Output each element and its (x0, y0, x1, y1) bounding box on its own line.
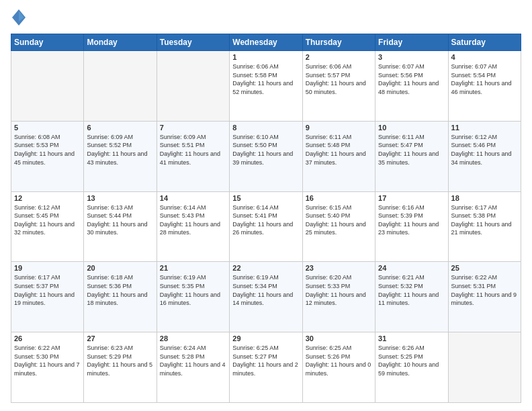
calendar-cell: 31Sunrise: 6:26 AMSunset: 5:25 PMDayligh… (375, 332, 448, 403)
calendar-cell: 25Sunrise: 6:22 AMSunset: 5:31 PMDayligh… (448, 262, 521, 332)
calendar-cell: 30Sunrise: 6:25 AMSunset: 5:26 PMDayligh… (302, 332, 375, 403)
day-info: Sunrise: 6:18 AMSunset: 5:36 PMDaylight:… (87, 273, 153, 307)
day-info: Sunrise: 6:09 AMSunset: 5:52 PMDaylight:… (87, 133, 153, 167)
day-number: 29 (232, 334, 299, 342)
calendar-cell: 18Sunrise: 6:17 AMSunset: 5:38 PMDayligh… (448, 191, 521, 262)
day-number: 26 (14, 334, 81, 342)
day-info: Sunrise: 6:19 AMSunset: 5:34 PMDaylight:… (232, 273, 299, 307)
calendar-cell: 22Sunrise: 6:19 AMSunset: 5:34 PMDayligh… (230, 262, 302, 332)
day-info: Sunrise: 6:07 AMSunset: 5:54 PMDaylight:… (451, 62, 518, 96)
weekday-header: Thursday (302, 34, 375, 51)
calendar-cell: 17Sunrise: 6:16 AMSunset: 5:39 PMDayligh… (375, 191, 448, 262)
page: SundayMondayTuesdayWednesdayThursdayFrid… (0, 0, 532, 411)
header (11, 8, 521, 27)
day-number: 5 (14, 124, 81, 132)
day-info: Sunrise: 6:10 AMSunset: 5:50 PMDaylight:… (232, 133, 299, 167)
calendar-cell: 4Sunrise: 6:07 AMSunset: 5:54 PMDaylight… (448, 51, 521, 122)
day-info: Sunrise: 6:09 AMSunset: 5:51 PMDaylight:… (160, 133, 226, 167)
day-number: 13 (87, 194, 153, 202)
calendar-cell: 27Sunrise: 6:23 AMSunset: 5:29 PMDayligh… (84, 332, 157, 403)
day-number: 1 (232, 53, 299, 61)
calendar-cell (84, 51, 157, 122)
calendar-cell: 7Sunrise: 6:09 AMSunset: 5:51 PMDaylight… (157, 121, 229, 191)
day-info: Sunrise: 6:25 AMSunset: 5:27 PMDaylight:… (232, 344, 299, 377)
calendar-cell: 28Sunrise: 6:24 AMSunset: 5:28 PMDayligh… (157, 332, 229, 403)
day-number: 19 (14, 264, 81, 272)
calendar-cell: 29Sunrise: 6:25 AMSunset: 5:27 PMDayligh… (230, 332, 302, 403)
day-number: 23 (306, 264, 372, 272)
calendar: SundayMondayTuesdayWednesdayThursdayFrid… (11, 34, 521, 403)
calendar-cell: 16Sunrise: 6:15 AMSunset: 5:40 PMDayligh… (302, 191, 375, 262)
calendar-cell: 13Sunrise: 6:13 AMSunset: 5:44 PMDayligh… (84, 191, 157, 262)
calendar-cell: 6Sunrise: 6:09 AMSunset: 5:52 PMDaylight… (84, 121, 157, 191)
calendar-cell: 15Sunrise: 6:14 AMSunset: 5:41 PMDayligh… (230, 191, 302, 262)
day-info: Sunrise: 6:08 AMSunset: 5:53 PMDaylight:… (14, 133, 81, 167)
day-number: 25 (451, 264, 518, 272)
day-info: Sunrise: 6:25 AMSunset: 5:26 PMDaylight:… (306, 344, 372, 377)
day-number: 9 (306, 124, 372, 132)
day-number: 4 (451, 53, 518, 61)
day-number: 27 (87, 334, 153, 342)
day-info: Sunrise: 6:14 AMSunset: 5:43 PMDaylight:… (160, 203, 226, 237)
week-row: 26Sunrise: 6:22 AMSunset: 5:30 PMDayligh… (11, 332, 521, 403)
weekday-header: Tuesday (157, 34, 229, 51)
day-number: 28 (160, 334, 226, 342)
week-row: 12Sunrise: 6:12 AMSunset: 5:45 PMDayligh… (11, 191, 521, 262)
day-number: 10 (378, 124, 445, 132)
day-number: 7 (160, 124, 226, 132)
day-info: Sunrise: 6:17 AMSunset: 5:37 PMDaylight:… (14, 273, 81, 307)
day-info: Sunrise: 6:26 AMSunset: 5:25 PMDaylight:… (378, 344, 445, 377)
calendar-cell: 21Sunrise: 6:19 AMSunset: 5:35 PMDayligh… (157, 262, 229, 332)
day-number: 22 (232, 264, 299, 272)
day-info: Sunrise: 6:15 AMSunset: 5:40 PMDaylight:… (306, 203, 372, 237)
day-info: Sunrise: 6:22 AMSunset: 5:31 PMDaylight:… (451, 273, 518, 307)
day-number: 21 (160, 264, 226, 272)
day-number: 20 (87, 264, 153, 272)
day-number: 30 (306, 334, 372, 342)
day-info: Sunrise: 6:20 AMSunset: 5:33 PMDaylight:… (306, 273, 372, 307)
calendar-cell (157, 51, 229, 122)
calendar-cell: 26Sunrise: 6:22 AMSunset: 5:30 PMDayligh… (11, 332, 84, 403)
day-info: Sunrise: 6:24 AMSunset: 5:28 PMDaylight:… (160, 344, 226, 377)
calendar-cell: 11Sunrise: 6:12 AMSunset: 5:46 PMDayligh… (448, 121, 521, 191)
day-number: 12 (14, 194, 81, 202)
day-number: 31 (378, 334, 445, 342)
day-info: Sunrise: 6:11 AMSunset: 5:48 PMDaylight:… (306, 133, 372, 167)
calendar-cell: 1Sunrise: 6:06 AMSunset: 5:58 PMDaylight… (230, 51, 302, 122)
weekday-header: Monday (84, 34, 157, 51)
day-number: 11 (451, 124, 518, 132)
day-info: Sunrise: 6:12 AMSunset: 5:45 PMDaylight:… (14, 203, 81, 237)
day-info: Sunrise: 6:07 AMSunset: 5:56 PMDaylight:… (378, 62, 445, 96)
calendar-cell: 23Sunrise: 6:20 AMSunset: 5:33 PMDayligh… (302, 262, 375, 332)
day-number: 14 (160, 194, 226, 202)
calendar-cell: 8Sunrise: 6:10 AMSunset: 5:50 PMDaylight… (230, 121, 302, 191)
weekday-header: Friday (375, 34, 448, 51)
day-number: 2 (306, 53, 372, 61)
calendar-cell: 19Sunrise: 6:17 AMSunset: 5:37 PMDayligh… (11, 262, 84, 332)
day-number: 18 (451, 194, 518, 202)
calendar-cell: 24Sunrise: 6:21 AMSunset: 5:32 PMDayligh… (375, 262, 448, 332)
calendar-cell: 14Sunrise: 6:14 AMSunset: 5:43 PMDayligh… (157, 191, 229, 262)
calendar-cell (448, 332, 521, 403)
weekday-header: Sunday (11, 34, 84, 51)
day-info: Sunrise: 6:17 AMSunset: 5:38 PMDaylight:… (451, 203, 518, 237)
day-info: Sunrise: 6:13 AMSunset: 5:44 PMDaylight:… (87, 203, 153, 237)
calendar-cell: 5Sunrise: 6:08 AMSunset: 5:53 PMDaylight… (11, 121, 84, 191)
day-info: Sunrise: 6:21 AMSunset: 5:32 PMDaylight:… (378, 273, 445, 307)
week-row: 19Sunrise: 6:17 AMSunset: 5:37 PMDayligh… (11, 262, 521, 332)
day-number: 24 (378, 264, 445, 272)
day-info: Sunrise: 6:23 AMSunset: 5:29 PMDaylight:… (87, 344, 153, 377)
day-number: 3 (378, 53, 445, 61)
day-info: Sunrise: 6:16 AMSunset: 5:39 PMDaylight:… (378, 203, 445, 237)
day-info: Sunrise: 6:19 AMSunset: 5:35 PMDaylight:… (160, 273, 226, 307)
weekday-header-row: SundayMondayTuesdayWednesdayThursdayFrid… (11, 34, 521, 51)
calendar-cell: 12Sunrise: 6:12 AMSunset: 5:45 PMDayligh… (11, 191, 84, 262)
calendar-cell: 10Sunrise: 6:11 AMSunset: 5:47 PMDayligh… (375, 121, 448, 191)
weekday-header: Wednesday (230, 34, 302, 51)
day-number: 6 (87, 124, 153, 132)
day-number: 8 (232, 124, 299, 132)
calendar-cell: 2Sunrise: 6:06 AMSunset: 5:57 PMDaylight… (302, 51, 375, 122)
day-info: Sunrise: 6:11 AMSunset: 5:47 PMDaylight:… (378, 133, 445, 167)
day-number: 17 (378, 194, 445, 202)
day-number: 16 (306, 194, 372, 202)
